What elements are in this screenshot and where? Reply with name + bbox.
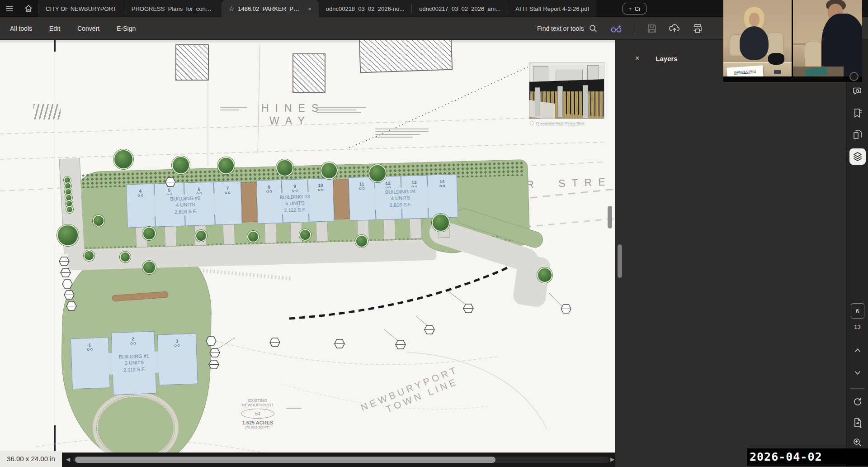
menu-convert[interactable]: Convert [77,25,99,32]
keynote-circle-icon [530,121,534,125]
panel-scrollbar-thumb[interactable] [618,244,622,278]
person-torso [740,26,769,60]
unit-cell: 7 [214,181,242,225]
tree [113,149,133,169]
document-vertical-scrollbar[interactable] [608,206,612,229]
photo-fence-post [557,86,563,117]
tree [142,261,156,274]
unit-symbol [282,189,307,192]
tree [217,157,235,174]
layers-icon-active[interactable] [849,148,866,165]
scroll-right-arrow[interactable]: ▶ [610,456,614,462]
star-icon[interactable]: ☆ [229,5,235,12]
ai-assistant-icon[interactable] [609,23,623,34]
broadcast-logo-icon [849,72,859,81]
tree [299,229,311,241]
building-1-label: BUILDING #1 3 UNITS 2,112 S.F. [100,351,168,375]
menu-all-tools[interactable]: All tools [10,25,32,32]
existing-building-footprint [359,40,453,73]
pdf-document-area[interactable]: HINES WAY PARKER STRE Ornamental Metal [0,40,615,467]
tree [142,227,156,240]
document-margin [0,40,615,43]
current-page-input[interactable]: 6 [851,303,864,319]
tree [432,214,450,232]
right-tool-rail: 6 13 [846,40,868,467]
hamburger-menu-icon[interactable] [0,0,19,17]
cloud-upload-icon[interactable] [669,24,680,33]
unit-cell: 14 [427,174,458,219]
tab-odnc00217[interactable]: odnc00217_03_02_2026_am... [412,0,508,17]
tab-progress-plans[interactable]: PROGRESS_Plans_for_const... [124,0,222,17]
plant-tag-hexagon [66,301,77,311]
plant-tag-hexagon [334,339,345,348]
page-thumbnails-icon[interactable] [849,127,866,143]
previous-page-chevron-icon[interactable] [849,342,866,358]
next-page-chevron-icon[interactable] [849,365,866,381]
find-text-button[interactable]: Find text or tools [537,24,598,33]
find-label: Find text or tools [537,25,584,32]
plant-tag-hexagon [424,325,435,334]
mulch-gap [333,179,350,219]
plan-annotation [375,129,429,139]
home-icon[interactable] [19,0,38,17]
print-icon[interactable] [692,24,703,33]
bookmarks-icon[interactable] [849,105,866,121]
plant-tag-hexagon [206,336,217,346]
search-icon [589,24,598,33]
close-panel-icon[interactable]: × [635,54,639,62]
existing-building-footprint [292,53,326,93]
plant-tag-hexagon [165,177,176,187]
lot-label: EXISTING NEWBURYPORT 54 1.625 ACRES (70,… [228,398,287,429]
plant-tag-hexagon [463,304,474,313]
tab-parker-point-active[interactable]: ☆ 1486.02_PARKER_POIN... × [222,0,319,17]
tab-label: odnc00217_03_02_2026_am... [419,5,500,12]
plant-tag-hexagon [208,360,219,369]
comments-icon[interactable] [849,83,866,100]
plant-tag-hexagon [561,304,571,314]
export-page-icon[interactable] [849,415,866,431]
handbag [768,53,784,65]
crosswalk-hatch [33,104,61,119]
unit-cell: 4 [126,184,156,228]
unit-cell: 2 BUILDING #1 3 UNITS 2,112 S.F. [111,331,157,395]
tree [368,164,387,182]
photo-walkway [529,100,555,119]
horizontal-scrollbar-thumb[interactable] [75,457,495,463]
meeting-video-overlay[interactable]: Barbara Collins [723,0,862,82]
phone [774,70,781,74]
plant-tag-hexagon [269,338,280,347]
layers-panel-title: Layers [656,55,677,62]
unit-symbol [127,194,154,197]
save-icon[interactable] [647,24,657,33]
photo-fence-post [583,85,588,119]
existing-building-footprint [175,44,209,81]
unit-symbol [158,344,196,348]
tab-label: CITY OF NEWBURYPORT [46,5,117,12]
tab-odnc00218[interactable]: odnc00218_03_02_2026-no... [319,0,412,17]
rotate-refresh-icon[interactable] [849,394,866,410]
horizontal-scrollbar-track[interactable] [73,457,609,463]
tree [247,231,259,243]
plant-tag-hexagon [59,257,70,266]
photo-fence-post [535,87,540,116]
tab-city-of-newburyport[interactable]: CITY OF NEWBURYPORT [38,0,124,17]
scroll-left-arrow[interactable]: ◀ [66,456,70,462]
tab-label: 1486.02_PARKER_POIN... [238,5,302,12]
video-bottom-bar [723,76,862,82]
menu-esign[interactable]: E-Sign [117,25,136,32]
tree [93,215,104,227]
sheet-edge-tick [54,425,56,453]
create-tab-button[interactable]: + Cr [623,3,646,14]
close-tab-icon[interactable]: × [306,5,311,12]
shrub [66,206,73,213]
rail-divider [850,388,865,389]
building-row-north: 4 5 6 7 8 9 10 11 12 13 14 [126,174,459,253]
menu-edit[interactable]: Edit [49,25,60,32]
tab-ai-it-staff-report[interactable]: AI IT Staff Report 4-2-26.pdf [508,0,596,17]
tree [276,159,293,176]
building-4-label: BUILDING #4 4 UNITS 2,816 S.F. [372,187,429,210]
plan-annotation [316,107,366,115]
tab-label: AI IT Staff Report 4-2-26.pdf [515,5,589,12]
building-3-label: BUILDING #3 5 UNITS 2,112 S.F. [267,192,323,215]
plant-tag-hexagon [64,290,75,300]
